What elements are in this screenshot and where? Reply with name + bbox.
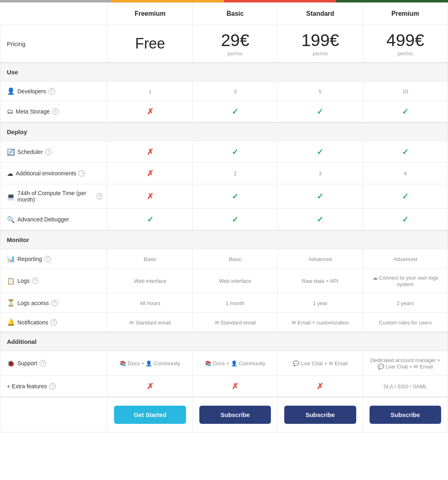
feature-name: Support bbox=[17, 360, 37, 366]
basic-value: Basic bbox=[192, 249, 277, 269]
table-row: 🔔 Notifications ? ✉ Standard email ✉ Sta… bbox=[0, 313, 448, 333]
help-icon[interactable]: ? bbox=[51, 300, 58, 306]
help-icon[interactable]: ? bbox=[78, 170, 85, 177]
pricing-label: Pricing bbox=[0, 25, 108, 63]
premium-value: Custom rules for users bbox=[363, 313, 448, 333]
freemium-value: 📚 Docs + 👤 Community bbox=[108, 351, 192, 376]
help-icon[interactable]: ? bbox=[49, 88, 55, 95]
feature-name: + Extra features bbox=[7, 383, 47, 389]
pricing-row: Pricing Free 29€ per/mo 199€ per/mo 499€… bbox=[0, 25, 448, 63]
standard-value: ✓ bbox=[278, 101, 363, 123]
feature-icon: 👤 bbox=[7, 87, 15, 95]
freemium-price: Free bbox=[108, 25, 192, 63]
premium-value: ✓ bbox=[363, 184, 448, 209]
feature-cell: 👤 Developers ? bbox=[0, 82, 108, 101]
basic-value: ✓ bbox=[192, 209, 277, 231]
feature-icon: 🔄 bbox=[7, 148, 15, 156]
feature-cell: 💻 744h of Compute Time (per month) ? bbox=[0, 184, 108, 209]
table-row: 🔍 Advanced Debugger ✓ ✓ ✓ ✓ bbox=[0, 209, 448, 231]
freemium-value: ✗ bbox=[108, 141, 192, 163]
premium-value: ✓ bbox=[363, 209, 448, 231]
header-empty bbox=[0, 3, 108, 25]
feature-cell: ☁ Additional environments ? bbox=[0, 163, 108, 184]
help-icon[interactable]: ? bbox=[51, 319, 57, 326]
premium-value: Advanced bbox=[363, 249, 448, 269]
section-row: Additional bbox=[0, 332, 448, 351]
feature-icon: 🐞 bbox=[7, 360, 15, 367]
feature-cell: 🔔 Notifications ? bbox=[0, 313, 108, 333]
feature-name: Logs access bbox=[17, 300, 49, 306]
cta-row: Get Started Subscribe Subscribe Subscrib… bbox=[0, 397, 448, 432]
feature-name: Logs bbox=[17, 278, 30, 284]
section-row: Monitor bbox=[0, 230, 448, 249]
freemium-value: ✉ Standard email bbox=[108, 313, 192, 333]
feature-name: Reporting bbox=[17, 256, 42, 262]
basic-value: 3 bbox=[192, 82, 277, 101]
table-row: + Extra features ? ✗ ✗ ✗ SLA / SSO / SAM… bbox=[0, 376, 448, 398]
help-icon[interactable]: ? bbox=[40, 360, 46, 366]
help-icon[interactable]: ? bbox=[32, 278, 38, 284]
feature-cell: 📋 Logs ? bbox=[0, 269, 108, 293]
section-label: Additional bbox=[0, 332, 448, 351]
feature-icon: 🔔 bbox=[7, 318, 15, 326]
feature-cell: 🗂 Meta Storage ? bbox=[0, 101, 108, 123]
freemium-value: 48 hours bbox=[108, 293, 192, 313]
table-row: 🗂 Meta Storage ? ✗ ✓ ✓ ✓ bbox=[0, 101, 448, 123]
standard-value: 💬 Live Chat + ✉ Email bbox=[278, 351, 363, 376]
feature-icon: 📋 bbox=[7, 277, 15, 285]
premium-value: ☁ Connect to your own logs system bbox=[363, 269, 448, 293]
standard-value: ✓ bbox=[278, 141, 363, 163]
subscribe-basic-button[interactable]: Subscribe bbox=[199, 406, 271, 424]
freemium-value: ✗ bbox=[108, 101, 192, 123]
help-icon[interactable]: ? bbox=[52, 108, 59, 115]
premium-value: Dedicated account manager + 💬 Live Chat … bbox=[363, 351, 448, 376]
standard-value: ✉ Email + customization bbox=[278, 313, 363, 333]
premium-price: 499€ per/mo bbox=[363, 25, 448, 63]
help-icon[interactable]: ? bbox=[49, 383, 56, 389]
basic-value: ✓ bbox=[192, 184, 277, 209]
feature-name: Notifications bbox=[17, 319, 48, 326]
header-premium: Premium bbox=[363, 3, 448, 25]
premium-value: SLA / SSO / SAML bbox=[363, 376, 448, 398]
basic-value: ✓ bbox=[192, 101, 277, 123]
help-icon[interactable]: ? bbox=[45, 149, 52, 155]
standard-value: 3 bbox=[278, 163, 363, 184]
cta-freemium: Get Started bbox=[108, 397, 192, 432]
basic-value: ✉ Standard email bbox=[192, 313, 277, 333]
table-row: 🐞 Support ? 📚 Docs + 👤 Community 📚 Docs … bbox=[0, 351, 448, 376]
standard-price: 199€ per/mo bbox=[278, 25, 363, 63]
table-row: 📋 Logs ? Web interface Web interface Raw… bbox=[0, 269, 448, 293]
pricing-table: Freemium Basic Standard Premium Pricing … bbox=[0, 2, 448, 432]
section-row: Deploy bbox=[0, 122, 448, 141]
feature-icon: 📊 bbox=[7, 255, 15, 263]
freemium-value: ✗ bbox=[108, 184, 192, 209]
premium-value: 4 bbox=[363, 163, 448, 184]
feature-cell: 📊 Reporting ? bbox=[0, 249, 108, 269]
help-icon[interactable]: ? bbox=[97, 193, 102, 200]
standard-value: ✗ bbox=[278, 376, 363, 398]
header-standard: Standard bbox=[278, 3, 363, 25]
get-started-button[interactable]: Get Started bbox=[114, 406, 186, 424]
help-icon[interactable]: ? bbox=[44, 256, 51, 262]
premium-value: 10 bbox=[363, 82, 448, 101]
basic-value: ✗ bbox=[192, 376, 277, 398]
basic-value: 1 month bbox=[192, 293, 277, 313]
subscribe-standard-button[interactable]: Subscribe bbox=[284, 406, 356, 424]
cta-empty bbox=[0, 397, 108, 432]
subscribe-premium-button[interactable]: Subscribe bbox=[370, 406, 441, 424]
feature-cell: 🔍 Advanced Debugger bbox=[0, 209, 108, 231]
feature-cell: 🔄 Scheduler ? bbox=[0, 141, 108, 163]
header-freemium: Freemium bbox=[108, 3, 192, 25]
table-row: 💻 744h of Compute Time (per month) ? ✗ ✓… bbox=[0, 184, 448, 209]
basic-value: 📚 Docs + 👤 Community bbox=[192, 351, 277, 376]
standard-value: Raw data + API bbox=[278, 269, 363, 293]
table-row: 👤 Developers ? 1 3 5 10 bbox=[0, 82, 448, 101]
feature-icon: ⏳ bbox=[7, 299, 15, 307]
freemium-value: ✗ bbox=[108, 376, 192, 398]
feature-icon: 🔍 bbox=[7, 216, 15, 223]
cta-standard: Subscribe bbox=[278, 397, 363, 432]
table-row: ⏳ Logs access ? 48 hours 1 month 1 year … bbox=[0, 293, 448, 313]
section-row: Use bbox=[0, 63, 448, 82]
table-row: 📊 Reporting ? Basic Basic Advanced Advan… bbox=[0, 249, 448, 269]
feature-name: 744h of Compute Time (per month) bbox=[17, 190, 94, 203]
